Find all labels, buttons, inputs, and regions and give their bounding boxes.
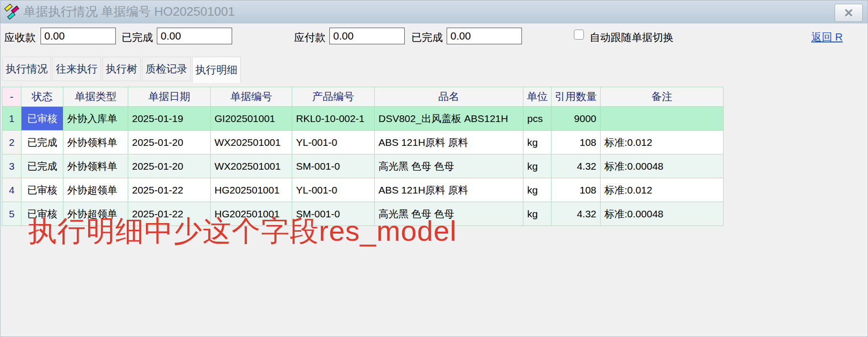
table-row: 2已完成外协领料单2025-01-20WX202501001YL-001-0AB… — [2, 131, 724, 154]
execution-detail-table: - 状态 单据类型 单据日期 单据编号 产品编号 品名 单位 引用数量 备注 1… — [2, 87, 724, 226]
cell-product_name[interactable]: ABS 121H原料 原料 — [375, 131, 523, 154]
payable-done-label: 已完成 — [411, 31, 443, 45]
cell-num[interactable]: 4 — [2, 178, 21, 202]
cell-status[interactable]: 已审核 — [21, 107, 63, 131]
header-ref-qty[interactable]: 引用数量 — [551, 87, 601, 107]
cell-num[interactable]: 3 — [2, 154, 21, 178]
table-row: 3已完成外协领料单2025-01-20WX202501001SM-001-0高光… — [2, 154, 724, 178]
document-execution-window: 单据执行情况 单据编号 HO202501001 ✕ 应收款 已完成 应付款 已完… — [0, 0, 868, 337]
table-row: 4已审核外协超领单2025-01-22HG202501001YL-001-0AB… — [2, 178, 724, 202]
cell-product_no[interactable]: YL-001-0 — [292, 131, 375, 154]
cell-unit[interactable]: kg — [523, 178, 551, 202]
tab-qc-records[interactable]: 质检记录 — [142, 57, 191, 81]
cell-doc_type[interactable]: 外协入库单 — [63, 107, 128, 131]
header-doc-date[interactable]: 单据日期 — [128, 87, 211, 107]
receivable-label: 应收款 — [4, 31, 36, 45]
cell-remark[interactable]: 标准:0.00048 — [601, 154, 724, 178]
cell-unit[interactable]: kg — [523, 202, 551, 226]
header-doc-no[interactable]: 单据编号 — [211, 87, 292, 107]
titlebar: 单据执行情况 单据编号 HO202501001 ✕ — [0, 0, 868, 23]
close-icon: ✕ — [844, 7, 854, 19]
cell-status[interactable]: 已审核 — [21, 178, 63, 202]
cell-product_name[interactable]: DSV802_出风盖板 ABS121H — [375, 107, 523, 131]
receivable-done-input[interactable] — [157, 28, 232, 44]
header-product-name[interactable]: 品名 — [375, 87, 523, 107]
header-remark[interactable]: 备注 — [601, 87, 724, 107]
cell-doc_date[interactable]: 2025-01-22 — [128, 178, 211, 202]
return-link[interactable]: 返回 R — [811, 30, 843, 44]
payable-input[interactable] — [329, 28, 405, 44]
cell-doc_date[interactable]: 2025-01-20 — [128, 131, 211, 154]
payable-done-input[interactable] — [447, 28, 522, 44]
cell-doc_type[interactable]: 外协领料单 — [63, 131, 128, 154]
cell-ref_qty[interactable]: 4.32 — [551, 154, 601, 178]
tab-exec-details[interactable]: 执行明细 — [192, 57, 241, 83]
tab-exec-tree[interactable]: 执行树 — [102, 57, 141, 81]
cell-unit[interactable]: kg — [523, 154, 551, 178]
header-status[interactable]: 状态 — [21, 87, 63, 107]
close-button[interactable]: ✕ — [835, 4, 863, 22]
cell-remark[interactable]: 标准:0.012 — [601, 178, 724, 202]
cell-doc_no[interactable]: WX202501001 — [211, 131, 292, 154]
cell-product_no[interactable]: YL-001-0 — [292, 178, 375, 202]
auto-follow-checkbox[interactable] — [574, 30, 584, 40]
cell-product_no[interactable]: SM-001-0 — [292, 154, 375, 178]
cell-doc_date[interactable]: 2025-01-20 — [128, 154, 211, 178]
cell-product_no[interactable]: RKL0-10-002-1 — [292, 107, 375, 131]
cell-doc_type[interactable]: 外协超领单 — [63, 178, 128, 202]
cell-num[interactable]: 2 — [2, 131, 21, 154]
cell-remark[interactable] — [601, 107, 724, 131]
cell-product_name[interactable]: 高光黑 色母 色母 — [375, 154, 523, 178]
cell-ref_qty[interactable]: 9000 — [551, 107, 601, 131]
cell-doc_no[interactable]: HG202501001 — [211, 178, 292, 202]
cell-product_name[interactable]: ABS 121H原料 原料 — [375, 178, 523, 202]
tab-correspondence[interactable]: 往来执行 — [52, 57, 101, 81]
cell-doc_no[interactable]: WX202501001 — [211, 154, 292, 178]
cell-unit[interactable]: kg — [523, 131, 551, 154]
cell-num[interactable]: 5 — [2, 202, 21, 226]
annotation-text: 执行明细中少这个字段res_model — [28, 212, 457, 251]
payable-label: 应付款 — [294, 31, 326, 45]
cell-remark[interactable]: 标准:0.00048 — [601, 202, 724, 226]
cell-unit[interactable]: pcs — [523, 107, 551, 131]
tab-exec-overview[interactable]: 执行情况 — [2, 57, 51, 81]
auto-follow-label: 自动跟随单据切换 — [590, 31, 674, 45]
cell-remark[interactable]: 标准:0.012 — [601, 131, 724, 154]
cell-status[interactable]: 已完成 — [21, 131, 63, 154]
header-doc-type[interactable]: 单据类型 — [63, 87, 128, 107]
cell-doc_date[interactable]: 2025-01-19 — [128, 107, 211, 131]
table-body: 1已审核外协入库单2025-01-19GI202501001RKL0-10-00… — [2, 107, 724, 226]
cell-status[interactable]: 已完成 — [21, 154, 63, 178]
header-product-no[interactable]: 产品编号 — [292, 87, 375, 107]
tab-bar: 执行情况 往来执行 执行树 质检记录 执行明细 — [2, 57, 241, 81]
header-row-selector[interactable]: - — [2, 87, 21, 107]
app-icon — [4, 3, 20, 20]
cell-num[interactable]: 1 — [2, 107, 21, 131]
window-title: 单据执行情况 单据编号 HO202501001 — [23, 3, 235, 20]
receivable-input[interactable] — [41, 28, 116, 44]
cell-ref_qty[interactable]: 4.32 — [551, 202, 601, 226]
cell-ref_qty[interactable]: 108 — [551, 131, 601, 154]
table-row: 1已审核外协入库单2025-01-19GI202501001RKL0-10-00… — [2, 107, 724, 131]
table-header-row: - 状态 单据类型 单据日期 单据编号 产品编号 品名 单位 引用数量 备注 — [2, 87, 724, 107]
receivable-done-label: 已完成 — [122, 31, 153, 45]
header-unit[interactable]: 单位 — [523, 87, 551, 107]
cell-doc_type[interactable]: 外协领料单 — [63, 154, 128, 178]
cell-doc_no[interactable]: GI202501001 — [211, 107, 292, 131]
cell-ref_qty[interactable]: 108 — [551, 178, 601, 202]
